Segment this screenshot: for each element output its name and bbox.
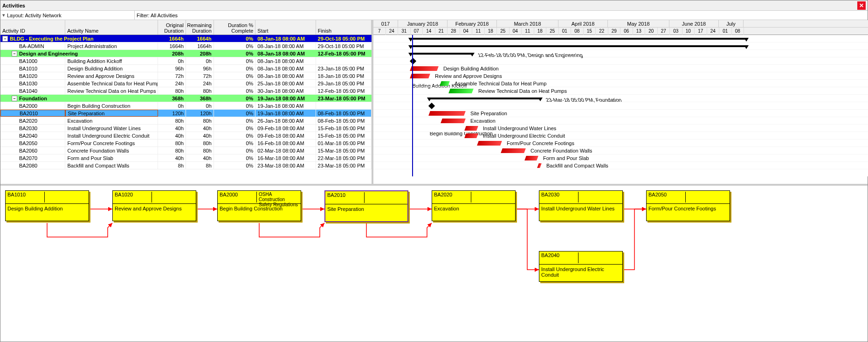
cell-od[interactable]: 208h xyxy=(158,50,186,57)
cell-activity-name[interactable]: Project Administration xyxy=(65,42,158,49)
cell-finish[interactable]: 08-Feb-18 05:00 PM xyxy=(316,110,372,117)
table-row[interactable]: −Foundation368h368h0%19-Jan-18 08:00 AM2… xyxy=(0,95,372,102)
table-hscroll[interactable] xyxy=(0,176,372,184)
cell-activity-id[interactable]: BA2010 xyxy=(0,110,65,117)
cell-activity-id[interactable]: BA2070 xyxy=(0,154,65,161)
cell-od[interactable]: 40h xyxy=(158,154,186,161)
cell-activity-id[interactable]: BA2030 xyxy=(0,125,65,132)
cell-pc[interactable]: 0% xyxy=(214,65,256,72)
cell-pc[interactable]: 0% xyxy=(214,132,256,139)
cell-pc[interactable]: 0% xyxy=(214,147,256,154)
cell-activity-name[interactable]: Backfill and Compact Walls xyxy=(65,162,158,169)
cell-activity-id[interactable]: BA-ADMIN xyxy=(0,42,65,49)
cell-start[interactable]: 19-Jan-18 08:00 AM xyxy=(255,95,316,102)
cell-rd[interactable]: 96h xyxy=(186,65,214,72)
cell-pc[interactable]: 0% xyxy=(214,95,256,102)
cell-finish[interactable]: 23-Mar-18 05:00 PM xyxy=(316,95,372,102)
gantt-bar[interactable]: Concrete Foundation Walls xyxy=(501,148,526,153)
cell-finish[interactable]: 15-Feb-18 05:00 PM xyxy=(316,125,372,132)
cell-finish[interactable]: 29-Oct-18 05:00 PM xyxy=(316,42,372,49)
cell-pc[interactable]: 0% xyxy=(214,87,256,94)
cell-activity-id[interactable]: BA1010 xyxy=(0,65,65,72)
gantt-bar[interactable]: Design Building Addition xyxy=(410,66,439,71)
cell-activity-id[interactable]: BA2060 xyxy=(0,147,65,154)
cell-pc[interactable]: 0% xyxy=(214,125,256,132)
cell-activity-name[interactable]: Concrete Foundation Walls xyxy=(65,147,158,154)
cell-start[interactable]: 08-Jan-18 08:00 AM xyxy=(255,50,316,57)
table-row[interactable]: −BLDG - Executing the Project Plan1664h1… xyxy=(0,35,372,42)
cell-start[interactable]: 25-Jan-18 08:00 AM xyxy=(255,80,316,87)
cell-finish[interactable]: 29-Oct-18 05:00 PM xyxy=(316,35,372,42)
cell-finish[interactable]: 22-Mar-18 05:00 PM xyxy=(316,154,372,161)
col-activity-name[interactable]: Activity Name xyxy=(65,20,158,35)
cell-activity-name[interactable]: Review and Approve Designs xyxy=(65,72,158,79)
cell-rd[interactable]: 40h xyxy=(186,132,214,139)
cell-od[interactable]: 80h xyxy=(158,147,186,154)
cell-activity-name[interactable]: Site Preparation xyxy=(65,110,158,117)
col-original-duration[interactable]: Original Duration xyxy=(158,20,186,35)
cell-finish[interactable]: 15-Feb-18 05:00 PM xyxy=(316,132,372,139)
cell-pc[interactable]: 0% xyxy=(214,35,256,42)
col-remaining-duration[interactable]: Remaining Duration xyxy=(186,20,214,35)
table-row[interactable]: BA2030Install Underground Water Lines40h… xyxy=(0,125,372,132)
gantt-bar[interactable]: Site Preparation xyxy=(428,111,466,116)
gantt-bar[interactable]: Install Underground Water Lines xyxy=(464,126,478,131)
cell-rd[interactable]: 1664h xyxy=(186,42,214,49)
activity-network[interactable]: BA1010Design Building AdditionBA1020Revi… xyxy=(0,186,868,342)
cell-activity-id[interactable]: −BLDG - Executing the Project Plan xyxy=(0,35,158,42)
cell-activity-id[interactable]: BA1020 xyxy=(0,72,65,79)
table-row[interactable]: BA2010Site Preparation120h120h0%19-Jan-1… xyxy=(0,110,372,117)
cell-rd[interactable]: 208h xyxy=(186,50,214,57)
cell-od[interactable]: 96h xyxy=(158,65,186,72)
cell-pc[interactable]: 0% xyxy=(214,140,256,147)
table-row[interactable]: BA-ADMINProject Administration1664h1664h… xyxy=(0,42,372,50)
cell-finish[interactable]: 23-Mar-18 05:00 PM xyxy=(316,162,372,169)
cell-rd[interactable]: 80h xyxy=(186,147,214,154)
cell-finish[interactable]: 01-Mar-18 05:00 PM xyxy=(316,140,372,147)
table-row[interactable]: BA2050Form/Pour Concrete Footings80h80h0… xyxy=(0,140,372,147)
col-start[interactable]: Start xyxy=(255,20,316,35)
cell-start[interactable]: 30-Jan-18 08:00 AM xyxy=(255,87,316,94)
table-row[interactable]: BA2020Excavation80h80h0%26-Jan-18 08:00 … xyxy=(0,117,372,125)
cell-od[interactable]: 80h xyxy=(158,140,186,147)
table-row[interactable]: BA1040Review Technical Data on Heat Pump… xyxy=(0,87,372,95)
cell-od[interactable]: 40h xyxy=(158,125,186,132)
cell-activity-name[interactable]: Assemble Technical Data for Heat Pump xyxy=(65,80,158,87)
cell-start[interactable]: 16-Feb-18 08:00 AM xyxy=(255,140,316,147)
cell-activity-id[interactable]: BA1000 xyxy=(0,57,65,64)
cell-start[interactable]: 19-Jan-18 08:00 AM xyxy=(255,102,316,109)
close-button[interactable]: ✕ xyxy=(857,1,866,10)
cell-od[interactable]: 0h xyxy=(158,57,186,64)
cell-start[interactable]: 08-Jan-18 08:00 AM xyxy=(255,35,316,42)
cell-finish[interactable]: 23-Jan-18 05:00 PM xyxy=(316,65,372,72)
gantt-bar[interactable]: Excavation xyxy=(441,119,466,123)
cell-start[interactable]: 09-Feb-18 08:00 AM xyxy=(255,125,316,132)
cell-pc[interactable]: 0% xyxy=(214,50,256,57)
table-row[interactable]: BA2000Begin Building Construction0h0h0%1… xyxy=(0,102,372,110)
cell-activity-name[interactable]: Form/Pour Concrete Footings xyxy=(65,140,158,147)
cell-activity-name[interactable]: Install Underground Electric Conduit xyxy=(65,132,158,139)
table-row[interactable]: BA1010Design Building Addition96h96h0%08… xyxy=(0,65,372,72)
col-finish[interactable]: Finish xyxy=(316,20,372,35)
cell-start[interactable]: 08-Jan-18 08:00 AM xyxy=(255,42,316,49)
cell-activity-name[interactable]: Form and Pour Slab xyxy=(65,154,158,161)
network-node[interactable]: BA2020Excavation xyxy=(432,190,516,221)
cell-finish[interactable]: 29-Jan-18 05:00 PM xyxy=(316,80,372,87)
cell-od[interactable]: 120h xyxy=(158,110,186,117)
cell-activity-name[interactable]: Install Underground Water Lines xyxy=(65,125,158,132)
cell-od[interactable]: 80h xyxy=(158,117,186,124)
cell-activity-name[interactable]: Begin Building Construction xyxy=(65,102,158,109)
cell-start[interactable]: 16-Mar-18 08:00 AM xyxy=(255,154,316,161)
cell-rd[interactable]: 80h xyxy=(186,117,214,124)
cell-od[interactable]: 24h xyxy=(158,80,186,87)
cell-pc[interactable]: 0% xyxy=(214,57,256,64)
table-row[interactable]: −Design and Engineering208h208h0%08-Jan-… xyxy=(0,50,372,57)
table-row[interactable]: BA2060Concrete Foundation Walls80h80h0%0… xyxy=(0,147,372,154)
gantt-bar[interactable] xyxy=(411,45,746,47)
cell-start[interactable]: 19-Jan-18 08:00 AM xyxy=(255,110,316,117)
cell-finish[interactable]: 12-Feb-18 05:00 PM xyxy=(316,50,372,57)
gantt-bar[interactable] xyxy=(411,38,746,40)
cell-activity-name[interactable]: Building Addition Kickoff xyxy=(65,57,158,64)
network-node[interactable]: BA2050Form/Pour Concrete Footings xyxy=(646,190,730,221)
network-node[interactable]: BA2010Site Preparation xyxy=(324,190,408,222)
